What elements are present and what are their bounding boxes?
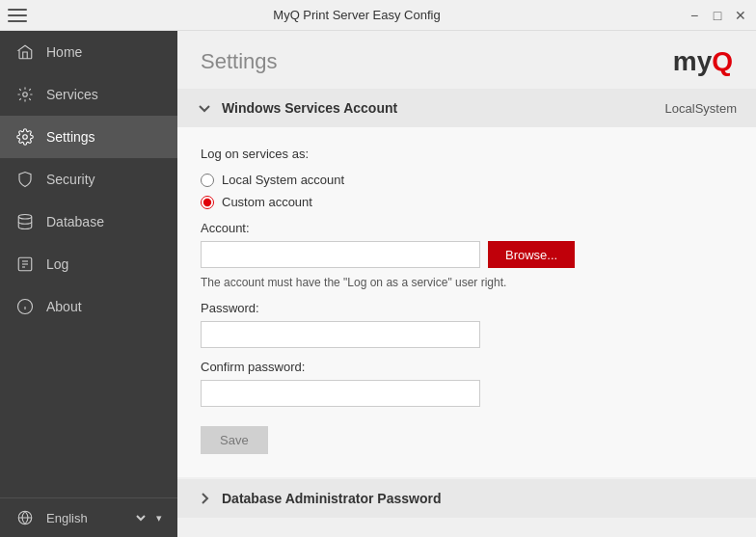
custom-account-label[interactable]: Custom account xyxy=(222,195,312,209)
language-select[interactable]: English Deutsch Français xyxy=(42,510,148,526)
language-icon xyxy=(15,508,35,527)
services-icon xyxy=(15,85,35,104)
chevron-down-icon xyxy=(197,100,212,116)
sidebar-item-home[interactable]: Home xyxy=(0,31,177,73)
sidebar-item-services[interactable]: Services xyxy=(0,73,177,116)
menu-icon[interactable] xyxy=(8,9,27,22)
content-header: Settings myQ xyxy=(177,31,756,89)
sidebar-item-label-settings: Settings xyxy=(46,129,95,145)
db-admin-section: Database Administrator Password xyxy=(177,479,756,518)
password-field-row: Password: xyxy=(201,301,733,348)
sidebar: Home Services Settings Security Database xyxy=(0,31,177,537)
svg-point-2 xyxy=(18,215,32,220)
myq-logo: myQ xyxy=(673,46,733,77)
home-icon xyxy=(15,42,35,62)
sidebar-item-settings[interactable]: Settings xyxy=(0,116,177,158)
settings-icon xyxy=(15,127,35,147)
svg-point-0 xyxy=(23,93,28,97)
confirm-field-row: Confirm password: xyxy=(201,360,733,407)
myq-logo-q: Q xyxy=(712,46,733,76)
sidebar-item-label-about: About xyxy=(46,299,82,314)
content-scroll[interactable]: Windows Services Account LocalSystem Log… xyxy=(177,89,756,537)
account-label: Account: xyxy=(201,221,733,235)
sidebar-item-log[interactable]: Log xyxy=(0,243,177,285)
db-admin-header[interactable]: Database Administrator Password xyxy=(177,479,756,518)
sidebar-item-label-home: Home xyxy=(46,44,82,60)
hint-text: The account must have the "Log on as a s… xyxy=(201,276,733,289)
sidebar-item-label-security: Security xyxy=(46,172,95,187)
save-button[interactable]: Save xyxy=(201,426,268,454)
about-icon xyxy=(15,297,35,316)
browse-button[interactable]: Browse... xyxy=(488,241,575,268)
sidebar-item-security[interactable]: Security xyxy=(0,158,177,201)
db-admin-title: Database Administrator Password xyxy=(222,491,441,506)
account-field-row: Account: Browse... The account must have… xyxy=(201,221,733,289)
custom-account-radio[interactable] xyxy=(201,196,214,209)
sidebar-item-label-database: Database xyxy=(46,214,104,229)
sidebar-item-label-log: Log xyxy=(46,256,68,272)
close-button[interactable]: ✕ xyxy=(733,8,748,23)
windows-services-body: Log on services as: Local System account… xyxy=(177,127,756,477)
maximize-button[interactable]: □ xyxy=(710,8,725,23)
local-system-radio[interactable] xyxy=(201,174,214,187)
sidebar-item-about[interactable]: About xyxy=(0,285,177,328)
svg-point-1 xyxy=(23,135,28,140)
content-area: Settings myQ Windows Services Account Lo… xyxy=(177,31,756,537)
database-icon xyxy=(15,212,35,231)
sidebar-language[interactable]: English Deutsch Français ▾ xyxy=(0,497,177,537)
lang-chevron-icon: ▾ xyxy=(156,512,162,524)
sidebar-item-label-services: Services xyxy=(46,87,98,102)
chevron-right-icon xyxy=(197,491,212,506)
local-system-label[interactable]: Local System account xyxy=(222,173,344,187)
windows-services-title: Windows Services Account xyxy=(222,100,397,116)
account-input-row: Browse... xyxy=(201,241,733,268)
local-account-row: Local System account xyxy=(201,173,733,187)
password-label: Password: xyxy=(201,301,733,315)
sidebar-item-database[interactable]: Database xyxy=(0,201,177,243)
confirm-input[interactable] xyxy=(201,380,480,407)
windows-services-section: Windows Services Account LocalSystem Log… xyxy=(177,89,756,477)
security-icon xyxy=(15,170,35,189)
page-title: Settings xyxy=(201,49,278,74)
custom-account-row: Custom account xyxy=(201,195,733,209)
logon-label: Log on services as: xyxy=(201,147,733,161)
password-input[interactable] xyxy=(201,321,480,348)
titlebar-controls: − □ ✕ xyxy=(687,8,748,23)
titlebar-title: MyQ Print Server Easy Config xyxy=(27,8,687,22)
log-icon xyxy=(15,255,35,274)
main-layout: Home Services Settings Security Database xyxy=(0,31,756,537)
confirm-label: Confirm password: xyxy=(201,360,733,374)
windows-services-header[interactable]: Windows Services Account LocalSystem xyxy=(177,89,756,127)
minimize-button[interactable]: − xyxy=(687,8,702,23)
account-input[interactable] xyxy=(201,241,480,268)
titlebar: MyQ Print Server Easy Config − □ ✕ xyxy=(0,0,756,31)
windows-services-value: LocalSystem xyxy=(665,101,737,116)
